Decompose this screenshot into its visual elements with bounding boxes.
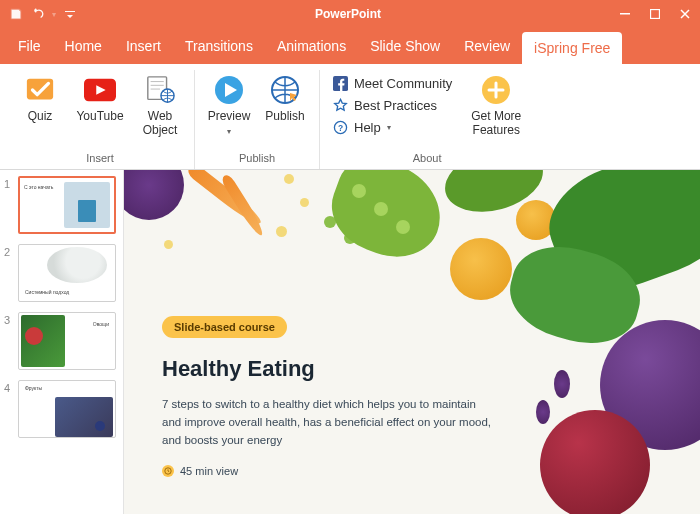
preview-button[interactable]: Preview▾: [203, 70, 255, 142]
course-badge: Slide-based course: [162, 316, 287, 338]
thumb-number: 4: [4, 380, 14, 438]
group-publish: Preview▾ Publish Publish: [195, 70, 320, 169]
svg-rect-2: [27, 79, 53, 100]
star-icon: [332, 97, 348, 113]
quick-access-toolbar: ▾: [0, 4, 86, 24]
slide-canvas[interactable]: Slide-based course Healthy Eating 7 step…: [124, 170, 700, 514]
quiz-icon: [24, 74, 56, 106]
thumb-number: 2: [4, 244, 14, 302]
web-object-label: Web Object: [136, 110, 184, 138]
tab-ispring-free[interactable]: iSpring Free: [522, 32, 622, 64]
publish-button[interactable]: Publish: [259, 70, 311, 128]
publish-label: Publish: [265, 110, 304, 124]
best-practices-link[interactable]: Best Practices: [328, 96, 456, 114]
duration-label: 45 min view: [180, 465, 238, 477]
slide-description: 7 steps to switch to a healthy diet whic…: [162, 396, 492, 449]
svg-text:?: ?: [337, 122, 342, 132]
tab-animations[interactable]: Animations: [265, 28, 358, 64]
slide-thumb-2[interactable]: Системный подход: [18, 244, 116, 302]
slide-content: Slide-based course Healthy Eating 7 step…: [162, 316, 492, 477]
ribbon-tabs: File Home Insert Transitions Animations …: [0, 28, 700, 64]
slide-thumbnails[interactable]: 1 С это начать 2 Системный подход 3 Овощ…: [0, 170, 124, 514]
meet-community-label: Meet Community: [354, 76, 452, 91]
web-object-button[interactable]: Web Object: [134, 70, 186, 142]
get-more-features-label: Get More Features: [468, 110, 524, 138]
undo-icon[interactable]: [28, 4, 48, 24]
thumb-number: 3: [4, 312, 14, 370]
tab-review[interactable]: Review: [452, 28, 522, 64]
slide-thumb-1[interactable]: С это начать: [18, 176, 116, 234]
slide-meta: 45 min view: [162, 465, 492, 477]
tab-file[interactable]: File: [6, 28, 53, 64]
get-more-features-button[interactable]: Get More Features: [466, 70, 526, 142]
qat-separator-icon: ▾: [50, 10, 58, 19]
app-window: ▾ PowerPoint File Home Insert Transition…: [0, 0, 700, 514]
youtube-icon: [84, 74, 116, 106]
group-insert: Quiz YouTube Web Object Insert: [6, 70, 195, 169]
preview-label: Preview▾: [208, 110, 251, 138]
app-title: PowerPoint: [86, 7, 610, 21]
quiz-label: Quiz: [28, 110, 53, 124]
svg-rect-0: [620, 13, 630, 15]
youtube-label: YouTube: [76, 110, 123, 124]
ribbon: Quiz YouTube Web Object Insert: [0, 64, 700, 170]
tab-home[interactable]: Home: [53, 28, 114, 64]
help-link[interactable]: ? Help ▾: [328, 118, 456, 136]
quiz-button[interactable]: Quiz: [14, 70, 66, 128]
qat-customize-icon[interactable]: [60, 4, 80, 24]
tab-transitions[interactable]: Transitions: [173, 28, 265, 64]
clock-icon: [162, 465, 174, 477]
youtube-button[interactable]: YouTube: [70, 70, 130, 128]
slide-thumb-4[interactable]: Фрукты: [18, 380, 116, 438]
best-practices-label: Best Practices: [354, 98, 437, 113]
close-button[interactable]: [670, 0, 700, 28]
tab-slide-show[interactable]: Slide Show: [358, 28, 452, 64]
facebook-icon: [332, 75, 348, 91]
tab-insert[interactable]: Insert: [114, 28, 173, 64]
preview-icon: [213, 74, 245, 106]
group-publish-label: Publish: [239, 149, 275, 169]
meet-community-link[interactable]: Meet Community: [328, 74, 456, 92]
web-object-icon: [144, 74, 176, 106]
maximize-button[interactable]: [640, 0, 670, 28]
save-icon[interactable]: [6, 4, 26, 24]
title-bar: ▾ PowerPoint: [0, 0, 700, 28]
slide-thumb-3[interactable]: Овощи: [18, 312, 116, 370]
thumb-number: 1: [4, 176, 14, 234]
svg-rect-1: [651, 10, 660, 19]
plus-icon: [480, 74, 512, 106]
chevron-down-icon: ▾: [227, 127, 231, 136]
group-about-label: About: [413, 149, 442, 169]
minimize-button[interactable]: [610, 0, 640, 28]
content-area: 1 С это начать 2 Системный подход 3 Овощ…: [0, 170, 700, 514]
publish-icon: [269, 74, 301, 106]
group-insert-label: Insert: [86, 149, 114, 169]
help-icon: ?: [332, 119, 348, 135]
window-controls: [610, 0, 700, 28]
slide-title: Healthy Eating: [162, 356, 492, 382]
help-label: Help: [354, 120, 381, 135]
chevron-down-icon: ▾: [387, 123, 391, 132]
group-about: Meet Community Best Practices ? Help ▾: [320, 70, 534, 169]
